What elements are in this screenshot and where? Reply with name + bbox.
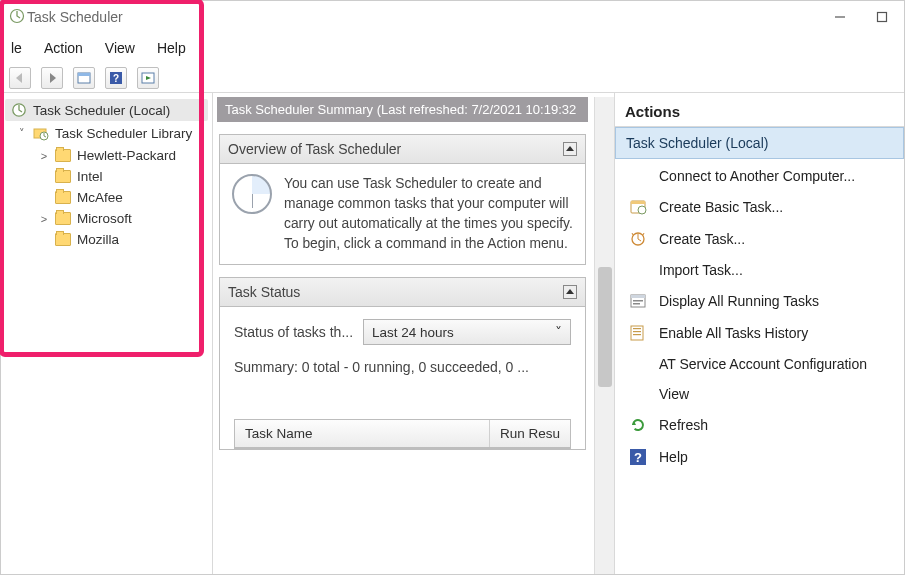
collapse-icon[interactable] — [563, 285, 577, 299]
action-label: Help — [659, 449, 688, 465]
minimize-button[interactable] — [832, 9, 848, 25]
overview-header-label: Overview of Task Scheduler — [228, 141, 401, 157]
folder-icon — [55, 212, 71, 225]
actions-list: Connect to Another Computer...Create Bas… — [615, 161, 904, 473]
basic-task-icon — [629, 198, 647, 216]
status-section: Task Status Status of tasks th... Last 2… — [219, 277, 586, 450]
action-label: Create Basic Task... — [659, 199, 783, 215]
svg-marker-4 — [50, 73, 56, 83]
tree-item-mcafee[interactable]: >McAfee — [39, 187, 208, 208]
center-scrollbar[interactable] — [594, 97, 614, 574]
action-history[interactable]: Enable All Tasks History — [619, 317, 900, 349]
tree-pane: Task Scheduler (Local) ˅ Task Scheduler … — [1, 93, 213, 574]
tree-item-mozilla[interactable]: >Mozilla — [39, 229, 208, 250]
tree-item-hewlett-packard[interactable]: >Hewlett-Packard — [39, 145, 208, 166]
tree-item-label: Hewlett-Packard — [77, 148, 176, 163]
action-create[interactable]: Create Task... — [619, 223, 900, 255]
action-help[interactable]: ?Help — [619, 441, 900, 473]
svg-rect-17 — [631, 201, 645, 204]
action-view[interactable]: View — [619, 379, 900, 409]
clock-icon — [232, 174, 272, 214]
status-range-value: Last 24 hours — [372, 325, 454, 340]
svg-rect-23 — [633, 303, 640, 305]
caret-right-icon[interactable]: > — [39, 213, 49, 225]
tree-item-microsoft[interactable]: >Microsoft — [39, 208, 208, 229]
svg-rect-22 — [633, 300, 643, 302]
tree-root-label: Task Scheduler (Local) — [33, 103, 170, 118]
tree-item-label: Intel — [77, 169, 103, 184]
action-refresh[interactable]: Refresh — [619, 409, 900, 441]
actions-pane: Actions Task Scheduler (Local) Connect t… — [614, 93, 904, 574]
svg-marker-14 — [566, 146, 574, 151]
refresh-icon — [629, 416, 647, 434]
caret-right-icon[interactable]: > — [39, 150, 49, 162]
running-icon — [629, 292, 647, 310]
titlebar: Task Scheduler — [1, 1, 904, 33]
actions-title: Actions — [615, 97, 904, 127]
svg-marker-15 — [566, 289, 574, 294]
toolbar-btn-run[interactable] — [137, 67, 159, 89]
status-range-select[interactable]: Last 24 hours ˅ — [363, 319, 571, 345]
collapse-icon[interactable] — [563, 142, 577, 156]
action-running[interactable]: Display All Running Tasks — [619, 285, 900, 317]
svg-rect-27 — [633, 334, 641, 335]
action-basic[interactable]: Create Basic Task... — [619, 191, 900, 223]
action-label: Display All Running Tasks — [659, 293, 819, 309]
status-col-name[interactable]: Task Name — [235, 420, 490, 447]
scheduler-icon — [11, 102, 27, 118]
overview-section: Overview of Task Scheduler You can use T… — [219, 134, 586, 265]
status-col-result[interactable]: Run Resu — [490, 420, 570, 447]
svg-rect-25 — [633, 328, 641, 329]
svg-text:?: ? — [113, 73, 119, 84]
action-connect[interactable]: Connect to Another Computer... — [619, 161, 900, 191]
action-import[interactable]: Import Task... — [619, 255, 900, 285]
svg-marker-3 — [16, 73, 22, 83]
caret-down-icon[interactable]: ˅ — [17, 127, 27, 140]
action-label: Import Task... — [659, 262, 743, 278]
tree-root[interactable]: Task Scheduler (Local) — [5, 99, 208, 121]
maximize-button[interactable] — [874, 9, 890, 25]
folder-icon — [55, 233, 71, 246]
action-label: AT Service Account Configuration — [659, 356, 867, 372]
action-label: Create Task... — [659, 231, 745, 247]
menu-file-cut[interactable]: le — [11, 40, 22, 56]
scrollbar-thumb[interactable] — [598, 267, 612, 387]
tree-item-label: Mozilla — [77, 232, 119, 247]
svg-text:?: ? — [634, 450, 642, 465]
toolbar-btn-panel[interactable] — [73, 67, 95, 89]
tree-library[interactable]: ˅ Task Scheduler Library — [17, 125, 208, 141]
tree-children: >Hewlett-Packard>Intel>McAfee>Microsoft>… — [39, 145, 208, 250]
action-atsvc[interactable]: AT Service Account Configuration — [619, 349, 900, 379]
nav-forward-button[interactable] — [41, 67, 63, 89]
action-label: Refresh — [659, 417, 708, 433]
action-label: View — [659, 386, 689, 402]
menubar: le Action View Help — [1, 33, 904, 63]
status-table: Task Name Run Resu — [234, 419, 571, 449]
overview-header[interactable]: Overview of Task Scheduler — [220, 135, 585, 164]
status-summary: Summary: 0 total - 0 running, 0 succeede… — [234, 359, 571, 375]
menu-action[interactable]: Action — [44, 40, 83, 56]
folder-icon — [55, 191, 71, 204]
nav-back-button[interactable] — [9, 67, 31, 89]
svg-rect-6 — [78, 73, 90, 76]
svg-rect-26 — [633, 331, 641, 332]
tree-item-intel[interactable]: >Intel — [39, 166, 208, 187]
library-icon — [33, 125, 49, 141]
summary-title: Task Scheduler Summary (Last refreshed: … — [217, 97, 588, 122]
menu-help[interactable]: Help — [157, 40, 186, 56]
tree-item-label: Microsoft — [77, 211, 132, 226]
status-range-label: Status of tasks th... — [234, 324, 353, 340]
window-title: Task Scheduler — [25, 9, 832, 25]
tree-item-label: McAfee — [77, 190, 123, 205]
svg-rect-21 — [631, 295, 645, 298]
actions-group-header: Task Scheduler (Local) — [615, 127, 904, 159]
toolbar-btn-help[interactable]: ? — [105, 67, 127, 89]
svg-rect-2 — [878, 13, 887, 22]
app-icon — [9, 8, 25, 27]
create-task-icon — [629, 230, 647, 248]
action-label: Connect to Another Computer... — [659, 168, 855, 184]
status-header[interactable]: Task Status — [220, 278, 585, 307]
menu-view[interactable]: View — [105, 40, 135, 56]
toolbar: ? — [1, 63, 904, 93]
folder-icon — [55, 170, 71, 183]
